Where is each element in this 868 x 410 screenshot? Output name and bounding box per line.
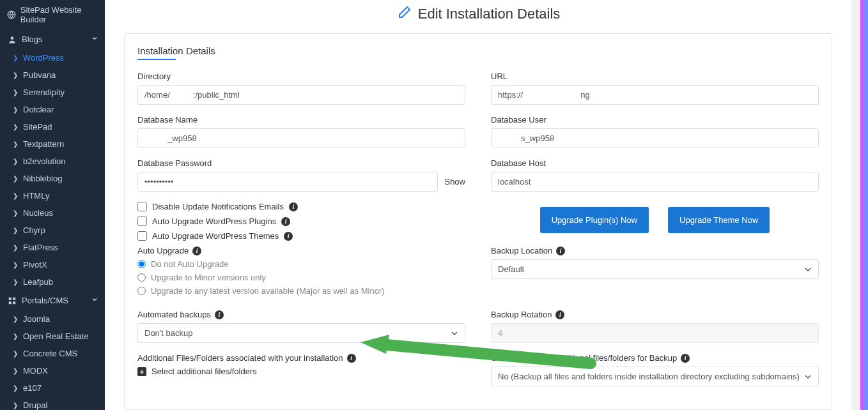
chevron-right-icon: ❯ [13, 54, 18, 61]
disable-updates-label: Disable Update Notifications Emails [152, 202, 284, 211]
sidebar-item[interactable]: ❯Open Real Estate [0, 328, 105, 345]
dbname-label: Database Name [137, 115, 465, 125]
sidebar-item[interactable]: ❯Dotclear [0, 101, 105, 118]
automated-backups-select[interactable]: Don't backup [137, 323, 465, 343]
sidebar: SitePad Website Builder Blogs ❯WordPress… [0, 0, 105, 410]
select-additional-label: Select additional files/folders [151, 367, 257, 376]
panel-title: Installation Details [137, 45, 819, 56]
sidebar-section-label: Portals/CMS [22, 296, 68, 305]
sidebar-section-blogs[interactable]: Blogs [0, 29, 105, 49]
sidebar-item[interactable]: ❯Textpattern [0, 135, 105, 153]
dbuser-input[interactable] [491, 128, 819, 148]
info-icon[interactable]: i [681, 354, 690, 363]
sidebar-item[interactable]: ❯SitePad [0, 118, 105, 135]
use-additional-select[interactable]: No (Backup all files and folders inside … [491, 367, 819, 386]
svg-rect-2 [9, 297, 12, 300]
sidebar-item[interactable]: ❯Nucleus [0, 204, 105, 222]
sidebar-item[interactable]: ❯Nibbleblog [0, 170, 105, 187]
dbhost-input[interactable] [491, 172, 819, 192]
url-label: URL [491, 72, 819, 81]
chevron-right-icon: ❯ [13, 333, 18, 340]
sidebar-item-label: Open Real Estate [23, 331, 89, 341]
info-icon[interactable]: i [284, 232, 293, 241]
auto-plugins-checkbox[interactable] [137, 216, 147, 226]
plus-icon: + [137, 367, 146, 376]
sidebar-item-label: MODX [23, 366, 48, 376]
installation-details-panel: Installation Details Directory URL Datab… [124, 33, 832, 410]
info-icon[interactable]: i [347, 354, 356, 363]
chevron-right-icon: ❯ [13, 261, 18, 268]
info-icon[interactable]: i [215, 310, 224, 319]
dbpass-input[interactable] [137, 172, 438, 192]
user-icon [6, 35, 18, 44]
sidebar-item-label: Pubvana [23, 70, 56, 80]
edit-icon [396, 5, 412, 23]
sidebar-item-label: PivotX [23, 260, 47, 270]
auto-upgrade-option-1: Upgrade to Minor versions only [151, 273, 266, 282]
sidebar-top-sitepad[interactable]: SitePad Website Builder [0, 0, 105, 29]
sidebar-item-label: Drupal [23, 400, 47, 410]
scrollbar-track[interactable] [851, 0, 860, 410]
chevron-right-icon: ❯ [13, 315, 18, 323]
upgrade-plugins-button[interactable]: Upgrade Plugin(s) Now [540, 207, 649, 233]
auto-upgrade-option-2: Upgrade to any latest version available … [151, 286, 385, 296]
auto-themes-checkbox[interactable] [137, 231, 147, 241]
chevron-right-icon: ❯ [13, 89, 18, 96]
chevron-right-icon: ❯ [13, 367, 18, 374]
info-icon[interactable]: i [281, 217, 290, 226]
sidebar-blogs-list: ❯WordPress❯Pubvana❯Serendipity❯Dotclear❯… [0, 49, 105, 291]
sidebar-item[interactable]: ❯Chyrp [0, 222, 105, 239]
backup-rotation-select[interactable]: 4 [491, 323, 819, 343]
auto-upgrade-radio-1[interactable] [137, 273, 146, 282]
auto-plugins-label: Auto Upgrade WordPress Plugins [152, 216, 276, 226]
sidebar-item[interactable]: ❯Pubvana [0, 66, 105, 84]
sidebar-item[interactable]: ❯Concrete CMS [0, 345, 105, 362]
sidebar-item-label: HTMLy [23, 191, 49, 201]
chevron-right-icon: ❯ [13, 123, 18, 130]
sidebar-item-label: Joomla [23, 314, 50, 324]
sidebar-item-label: WordPress [23, 53, 64, 63]
show-password-link[interactable]: Show [444, 177, 465, 186]
upgrade-theme-button[interactable]: Upgrade Theme Now [668, 207, 770, 233]
svg-rect-4 [9, 301, 12, 304]
auto-upgrade-radio-0[interactable] [137, 260, 146, 268]
dbuser-label: Database User [491, 115, 819, 125]
directory-input[interactable] [137, 85, 465, 105]
sidebar-item-label: Textpattern [23, 139, 64, 149]
auto-upgrade-radio-2[interactable] [137, 287, 146, 295]
sidebar-item[interactable]: ❯WordPress [0, 49, 105, 66]
svg-rect-3 [13, 297, 15, 300]
sidebar-item[interactable]: ❯FlatPress [0, 239, 105, 256]
info-icon[interactable]: i [555, 310, 564, 319]
url-input[interactable] [491, 85, 819, 105]
sidebar-item[interactable]: ❯PivotX [0, 256, 105, 273]
sidebar-item[interactable]: ❯Serendipity [0, 84, 105, 101]
sidebar-item[interactable]: ❯Drupal [0, 397, 105, 410]
chevron-right-icon: ❯ [13, 278, 18, 285]
sidebar-item[interactable]: ❯HTMLy [0, 187, 105, 204]
info-icon[interactable]: i [556, 247, 565, 255]
sidebar-item[interactable]: ❯b2evolution [0, 153, 105, 170]
sidebar-item-label: Nucleus [23, 208, 53, 218]
sidebar-item[interactable]: ❯MODX [0, 362, 105, 379]
sidebar-item[interactable]: ❯Leafpub [0, 273, 105, 291]
chevron-right-icon: ❯ [13, 209, 18, 216]
select-additional-files-button[interactable]: + Select additional files/folders [137, 367, 465, 376]
svg-point-1 [11, 36, 14, 40]
sidebar-section-portals[interactable]: Portals/CMS [0, 291, 105, 310]
info-icon[interactable]: i [192, 247, 201, 255]
dbname-input[interactable] [137, 128, 465, 148]
auto-upgrade-label: Auto Upgrade [137, 246, 189, 255]
backup-location-label: Backup Location [491, 246, 552, 255]
chevron-down-icon [91, 296, 98, 305]
sidebar-item[interactable]: ❯Joomla [0, 310, 105, 328]
disable-updates-checkbox[interactable] [137, 202, 147, 211]
main-content: Edit Installation Details Installation D… [105, 0, 851, 410]
grid-icon [6, 296, 18, 305]
sidebar-item-label: Leafpub [23, 277, 53, 287]
backup-location-select[interactable]: Default [491, 259, 819, 279]
automated-backups-label: Automated backups [137, 310, 211, 319]
sidebar-item[interactable]: ❯e107 [0, 379, 105, 397]
svg-rect-5 [13, 301, 15, 304]
info-icon[interactable]: i [289, 202, 298, 211]
